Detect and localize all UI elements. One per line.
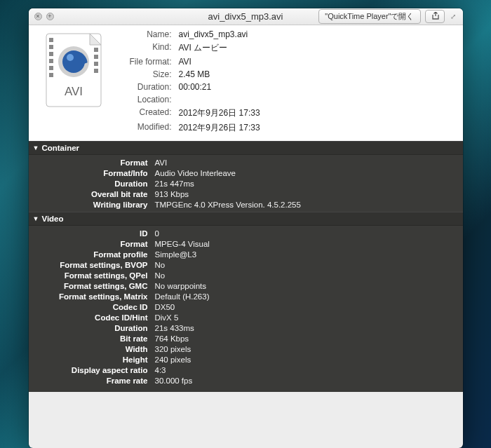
- section-container-body: FormatAVIFormat/InfoAudio Video Interlea…: [29, 155, 463, 212]
- detail-key: Codec ID/Hint: [29, 313, 148, 322]
- section-video-header[interactable]: ▼ Video: [29, 212, 463, 226]
- detail-value: MPEG-4 Visual: [155, 240, 463, 248]
- detail-key: Bit rate: [29, 334, 148, 343]
- summary-grid: Name:avi_divx5_mp3.avi Kind:AVI ムービー Fil…: [112, 29, 456, 134]
- detail-row: Format settings, MatrixDefault (H.263): [29, 291, 463, 301]
- summary-value: 2012年9月26日 17:33: [179, 107, 456, 119]
- detail-value: 0: [155, 229, 463, 238]
- detail-key: Duration: [29, 324, 148, 332]
- detail-key: Format/Info: [29, 169, 148, 177]
- summary-pane: AVI Name:avi_divx5_mp3.avi Kind:AVI ムービー…: [29, 25, 463, 141]
- section-container-header[interactable]: ▼ Container: [29, 141, 463, 155]
- svg-rect-9: [94, 62, 98, 66]
- detail-row: FormatMPEG-4 Visual: [29, 238, 463, 249]
- file-icon: AVI: [36, 29, 112, 134]
- detail-value: DX50: [155, 303, 463, 311]
- summary-key: Created:: [114, 107, 172, 119]
- detail-value: Audio Video Interleave: [155, 169, 463, 177]
- detail-row: Duration21s 447ms: [29, 178, 463, 189]
- detail-value: 913 Kbps: [155, 190, 463, 198]
- detail-key: Writing library: [29, 201, 148, 209]
- detail-value: 240 pixels: [155, 355, 463, 364]
- detail-row: Overall bit rate913 Kbps: [29, 189, 463, 199]
- detail-value: No warppoints: [155, 282, 463, 290]
- detail-row: Format profileSimple@L3: [29, 249, 463, 259]
- detail-value: No: [155, 271, 463, 280]
- detail-row: Format/InfoAudio Video Interleave: [29, 168, 463, 178]
- detail-row: Bit rate764 Kbps: [29, 333, 463, 344]
- svg-rect-4: [49, 59, 53, 63]
- detail-row: ID0: [29, 228, 463, 238]
- summary-value: 2.45 MB: [179, 69, 456, 79]
- detail-key: Frame rate: [29, 376, 148, 385]
- detail-value: 764 Kbps: [155, 334, 463, 343]
- svg-rect-5: [49, 66, 53, 70]
- svg-rect-2: [49, 45, 53, 49]
- summary-key: Size:: [114, 69, 172, 79]
- summary-key: Modified:: [114, 122, 172, 134]
- section-video-body: ID0FormatMPEG-4 VisualFormat profileSimp…: [29, 226, 463, 388]
- summary-value: 00:00:21: [179, 82, 456, 92]
- detail-row: Format settings, QPelNo: [29, 270, 463, 280]
- detail-key: Width: [29, 345, 148, 353]
- svg-rect-3: [49, 52, 53, 56]
- summary-value: avi_divx5_mp3.avi: [179, 29, 456, 39]
- svg-rect-6: [49, 73, 53, 77]
- detail-value: Default (H.263): [155, 292, 463, 301]
- summary-key: Name:: [114, 29, 172, 39]
- detail-key: ID: [29, 229, 148, 238]
- inspector-window: × + avi_divx5_mp3.avi "QuickTime Player"…: [29, 8, 463, 448]
- expand-icon[interactable]: ⤢: [449, 13, 457, 20]
- close-window-button[interactable]: ×: [34, 13, 42, 20]
- svg-rect-1: [49, 38, 53, 42]
- detail-value: No: [155, 261, 463, 269]
- details-pane: ▼ Container FormatAVIFormat/InfoAudio Vi…: [29, 141, 463, 392]
- detail-row: Codec ID/HintDivX 5: [29, 312, 463, 323]
- detail-value: 30.000 fps: [155, 376, 463, 385]
- window-controls: × +: [34, 13, 54, 20]
- detail-value: 4:3: [155, 366, 463, 374]
- share-icon: [430, 12, 440, 20]
- detail-row: Format settings, GMCNo warppoints: [29, 280, 463, 291]
- detail-key: Codec ID: [29, 303, 148, 311]
- svg-point-13: [67, 54, 74, 61]
- svg-rect-7: [94, 48, 98, 52]
- detail-row: Width320 pixels: [29, 344, 463, 354]
- detail-row: Format settings, BVOPNo: [29, 259, 463, 270]
- add-window-button[interactable]: +: [46, 13, 54, 20]
- detail-row: Display aspect ratio4:3: [29, 365, 463, 375]
- detail-key: Format settings, BVOP: [29, 261, 148, 269]
- detail-value: AVI: [155, 158, 463, 167]
- detail-value: 21s 433ms: [155, 324, 463, 332]
- detail-key: Display aspect ratio: [29, 366, 148, 374]
- svg-rect-8: [94, 55, 98, 59]
- detail-key: Format profile: [29, 250, 148, 259]
- detail-value: DivX 5: [155, 313, 463, 322]
- detail-row: Writing libraryTMPGEnc 4.0 XPress Versio…: [29, 199, 463, 210]
- summary-key: File format:: [114, 57, 172, 67]
- detail-key: Format settings, GMC: [29, 282, 148, 290]
- detail-key: Format settings, QPel: [29, 271, 148, 280]
- share-button[interactable]: [425, 10, 445, 23]
- detail-row: Frame rate30.000 fps: [29, 375, 463, 386]
- summary-value: 2012年9月26日 17:33: [179, 122, 456, 134]
- file-icon-badge: AVI: [64, 85, 82, 98]
- detail-value: Simple@L3: [155, 250, 463, 259]
- detail-row: Codec IDDX50: [29, 301, 463, 312]
- detail-value: TMPGEnc 4.0 XPress Version. 4.5.2.255: [155, 201, 463, 209]
- detail-row: Duration21s 433ms: [29, 323, 463, 333]
- detail-key: Format settings, Matrix: [29, 292, 148, 301]
- detail-key: Overall bit rate: [29, 190, 148, 198]
- detail-value: 21s 447ms: [155, 179, 463, 188]
- summary-key: Kind:: [114, 42, 172, 54]
- summary-value: [179, 95, 456, 104]
- titlebar: × + avi_divx5_mp3.avi "QuickTime Player"…: [29, 8, 463, 25]
- summary-value: AVI: [179, 57, 456, 67]
- section-title: Container: [41, 144, 79, 152]
- disclosure-triangle-icon: ▼: [33, 144, 39, 151]
- summary-value: AVI ムービー: [179, 42, 456, 54]
- disclosure-triangle-icon: ▼: [33, 215, 39, 222]
- detail-key: Format: [29, 240, 148, 248]
- summary-key: Duration:: [114, 82, 172, 92]
- open-with-button[interactable]: "QuickTime Player"で開く: [318, 9, 420, 24]
